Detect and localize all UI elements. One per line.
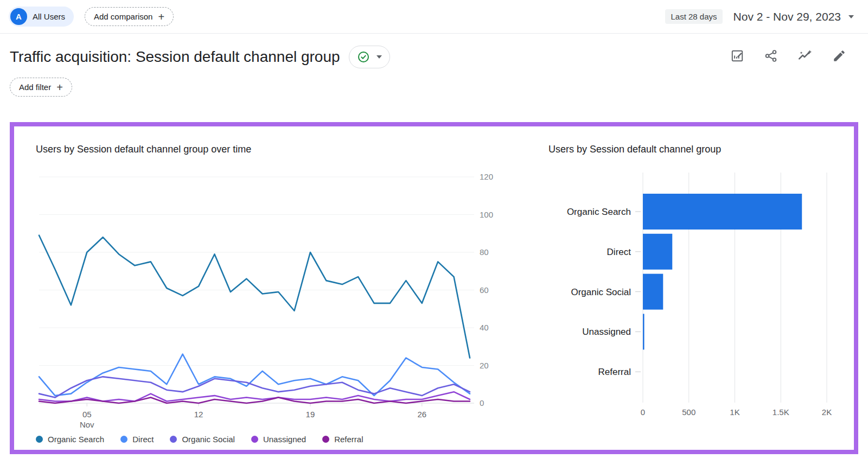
- svg-text:Unassigned: Unassigned: [582, 327, 631, 337]
- legend-dot-icon: [120, 436, 127, 443]
- report-toolbar: [730, 49, 852, 65]
- legend-item[interactable]: Unassigned: [251, 435, 306, 444]
- line-chart-title: Users by Session default channel group o…: [36, 144, 251, 155]
- avatar: A: [10, 8, 27, 25]
- add-filter-label: Add filter: [19, 82, 51, 92]
- legend-label: Unassigned: [263, 435, 306, 444]
- all-users-chip[interactable]: A All Users: [9, 7, 74, 27]
- svg-text:120: 120: [480, 172, 493, 181]
- legend-item[interactable]: Referral: [322, 435, 363, 444]
- svg-text:100: 100: [480, 210, 493, 219]
- date-range-picker[interactable]: Nov 2 - Nov 29, 2023: [733, 10, 854, 23]
- report-status-pill[interactable]: [349, 46, 390, 68]
- svg-text:20: 20: [480, 361, 489, 370]
- line-chart-legend: Organic SearchDirectOrganic SocialUnassi…: [36, 435, 363, 444]
- legend-item[interactable]: Organic Search: [36, 435, 104, 444]
- legend-label: Organic Search: [48, 435, 104, 444]
- all-users-label: All Users: [33, 12, 65, 21]
- bar-chart-title: Users by Session default channel group: [548, 144, 721, 155]
- legend-item[interactable]: Organic Social: [170, 435, 235, 444]
- legend-dot-icon: [36, 436, 43, 443]
- insights-icon[interactable]: [797, 49, 813, 65]
- svg-text:80: 80: [480, 247, 489, 257]
- svg-text:Nov: Nov: [80, 420, 94, 429]
- plus-icon: +: [56, 84, 63, 91]
- legend-label: Organic Social: [182, 435, 235, 444]
- legend-dot-icon: [322, 436, 329, 443]
- legend-dot-icon: [251, 436, 258, 443]
- svg-text:0: 0: [480, 398, 484, 407]
- svg-text:2K: 2K: [822, 407, 832, 417]
- svg-text:1K: 1K: [730, 407, 739, 417]
- customize-report-icon[interactable]: [730, 49, 744, 65]
- svg-text:1.5K: 1.5K: [773, 407, 789, 417]
- chevron-down-icon: [376, 55, 382, 59]
- add-filter-button[interactable]: Add filter +: [10, 78, 72, 97]
- svg-text:0: 0: [641, 407, 645, 417]
- users-by-channel-bar-chart[interactable]: 05001K1.5K2KOrganic SearchDirectOrganic …: [548, 160, 852, 426]
- svg-text:Organic Social: Organic Social: [571, 287, 631, 297]
- legend-item[interactable]: Direct: [120, 435, 154, 444]
- add-comparison-button[interactable]: Add comparison +: [85, 7, 174, 26]
- page-title: Traffic acquisition: Session default cha…: [10, 48, 340, 66]
- top-bar: A All Users Add comparison + Last 28 day…: [0, 0, 868, 34]
- svg-text:26: 26: [417, 410, 426, 419]
- users-over-time-line-chart[interactable]: 02040608010012005Nov121926: [36, 161, 513, 432]
- svg-text:05: 05: [82, 410, 92, 419]
- plus-icon: +: [158, 13, 164, 21]
- svg-text:19: 19: [306, 410, 315, 419]
- legend-label: Direct: [132, 435, 154, 444]
- legend-dot-icon: [170, 436, 177, 443]
- check-circle-icon: [357, 50, 370, 63]
- svg-text:Direct: Direct: [607, 247, 631, 257]
- chevron-down-icon: [848, 15, 854, 18]
- svg-text:40: 40: [480, 323, 489, 332]
- charts-panel: Users by Session default channel group o…: [10, 122, 858, 454]
- svg-text:Organic Search: Organic Search: [567, 207, 631, 217]
- report-header: Traffic acquisition: Session default cha…: [10, 46, 852, 68]
- svg-text:Referral: Referral: [598, 367, 631, 377]
- svg-text:12: 12: [194, 410, 203, 419]
- add-comparison-label: Add comparison: [94, 12, 152, 21]
- legend-label: Referral: [334, 435, 363, 444]
- share-icon[interactable]: [764, 49, 778, 65]
- svg-text:500: 500: [682, 407, 695, 417]
- edit-icon[interactable]: [832, 49, 846, 65]
- date-range-preset-badge: Last 28 days: [665, 9, 722, 24]
- svg-text:60: 60: [480, 285, 489, 295]
- date-range-value: Nov 2 - Nov 29, 2023: [733, 10, 841, 23]
